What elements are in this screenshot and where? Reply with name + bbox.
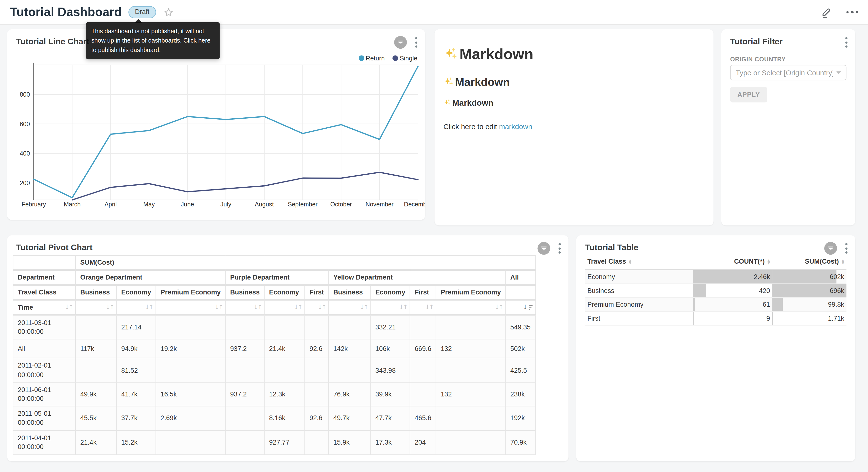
filter-menu-button[interactable] — [844, 36, 849, 49]
pivot-cell: 132 — [436, 340, 506, 358]
edit-markdown-link[interactable]: markdown — [499, 122, 532, 130]
svg-text:October: October — [330, 201, 352, 208]
sort-desc-icon[interactable]: ↓ — [523, 304, 532, 311]
sparkles-icon — [443, 77, 454, 88]
pivot-cell — [156, 315, 225, 339]
svg-text:February: February — [22, 201, 46, 208]
markdown-heading-1: Markdown — [443, 46, 705, 63]
chevron-down-icon — [836, 71, 841, 74]
pivot-metric-header: SUM(Cost) — [75, 256, 535, 270]
sort-icon[interactable]: ↓↑ — [145, 304, 153, 311]
sort-icon[interactable]: ▲▼ — [842, 259, 844, 264]
pivot-time-header: Time↓↑ — [13, 300, 75, 315]
pivot-class-header: Business — [225, 285, 264, 300]
cross-filter-button[interactable] — [537, 242, 550, 255]
ellipsis-icon — [846, 11, 849, 13]
favorite-button[interactable] — [163, 7, 174, 18]
draft-status-badge[interactable]: Draft — [128, 6, 156, 18]
travel-class-cell: First — [585, 312, 693, 325]
pivot-sort-cell: ↓↑ — [117, 300, 156, 315]
sort-icon[interactable]: ↓↑ — [65, 304, 73, 311]
origin-country-select[interactable]: Type or Select [Origin Country] — [730, 65, 846, 80]
svg-text:September: September — [288, 201, 318, 208]
pivot-cell: 937.2 — [225, 340, 264, 358]
svg-text:400: 400 — [20, 150, 30, 157]
table-header-row: Travel Class▲▼ COUNT(*)▲▼ SUM(Cost)▲▼ — [585, 255, 846, 270]
more-actions-button[interactable] — [846, 11, 858, 13]
filter-card-title: Tutorial Filter — [730, 36, 782, 46]
table-row[interactable]: Premium Economy6199.8k — [585, 298, 846, 312]
pivot-class-header: Economy — [117, 285, 156, 300]
pivot-data-row: 2011-03-0100:00:00217.14332.21549.35 — [13, 315, 535, 339]
table-row[interactable]: Economy2.46k602k — [585, 270, 846, 284]
pivot-cell: 49.7k — [329, 406, 371, 430]
value-bar — [772, 270, 836, 284]
cross-filter-button[interactable] — [824, 242, 837, 255]
pivot-class-header: Economy — [264, 285, 305, 300]
pivot-cell: 343.98 — [371, 358, 410, 382]
value-bar — [693, 284, 707, 297]
count-cell: 2.46k — [693, 270, 772, 284]
chart-menu-button[interactable] — [844, 242, 849, 255]
kebab-icon — [558, 243, 561, 245]
markdown-heading-2: Markdown — [443, 76, 705, 89]
pivot-department-row: DepartmentOrange DepartmentPurple Depart… — [13, 270, 535, 285]
kebab-icon — [845, 243, 847, 245]
edit-dashboard-button[interactable] — [820, 7, 832, 18]
dashboard-page: Tutorial Dashboard Draft This dashboard … — [0, 0, 868, 472]
legend-item[interactable]: Return — [359, 55, 385, 61]
sparkles-icon — [443, 99, 451, 107]
table-row[interactable]: First91.71k — [585, 312, 846, 325]
filter-card: Tutorial Filter ORIGIN COUNTRY Type or S… — [721, 29, 855, 225]
svg-text:August: August — [255, 201, 274, 208]
pivot-cell: 94.9k — [117, 340, 156, 358]
sort-icon[interactable]: ↓↑ — [214, 304, 222, 311]
sort-icon[interactable]: ↓↑ — [425, 304, 433, 311]
pivot-sort-cell: ↓↑ — [436, 300, 506, 315]
pivot-sort-row: Time↓↑↓↑↓↑↓↑↓↑↓↑↓↑↓↑↓↑↓↑↓↑↓ — [13, 300, 535, 315]
sort-icon[interactable]: ↓↑ — [360, 304, 368, 311]
pivot-cell: 204 — [410, 430, 436, 454]
draft-tooltip[interactable]: This dashboard is not published, it will… — [86, 22, 220, 59]
data-table-container: Travel Class▲▼ COUNT(*)▲▼ SUM(Cost)▲▼ Ec… — [585, 255, 846, 326]
pivot-table-container: SUM(Cost)DepartmentOrange DepartmentPurp… — [13, 255, 535, 454]
sort-icon[interactable]: ▲▼ — [629, 259, 631, 264]
dashboard-header: Tutorial Dashboard Draft — [0, 0, 868, 25]
filter-icon — [540, 245, 548, 252]
sort-icon[interactable]: ↓↑ — [318, 304, 326, 311]
table-card-title: Tutorial Table — [585, 243, 639, 252]
sort-icon[interactable]: ↓↑ — [293, 304, 302, 311]
pencil-icon — [820, 7, 832, 18]
sparkles-icon — [443, 47, 458, 62]
page-title: Tutorial Dashboard — [10, 5, 122, 19]
tooltip-text: This dashboard is not published, it will… — [91, 28, 211, 53]
value-bar — [693, 298, 695, 311]
pivot-cell: 425.5 — [506, 358, 535, 382]
sort-icon[interactable]: ↓↑ — [495, 304, 503, 311]
table-row[interactable]: Business420696k — [585, 284, 846, 298]
pivot-row-label: 2011-03-0100:00:00 — [13, 315, 75, 339]
svg-text:June: June — [181, 201, 194, 208]
sort-icon[interactable]: ↓↑ — [105, 304, 114, 311]
apply-button[interactable]: APPLY — [730, 87, 767, 102]
column-header-travel-class[interactable]: Travel Class▲▼ — [585, 255, 693, 270]
pivot-cell — [436, 406, 506, 430]
sort-icon[interactable]: ↓↑ — [253, 304, 261, 311]
markdown-heading-3: Markdown — [443, 98, 705, 107]
pivot-class-header: Economy — [371, 285, 410, 300]
svg-text:May: May — [143, 201, 155, 208]
pivot-cell: 17.3k — [371, 430, 410, 454]
sort-icon[interactable]: ↓↑ — [399, 304, 407, 311]
pivot-cell: 238k — [506, 382, 535, 406]
column-header-sum-cost[interactable]: SUM(Cost)▲▼ — [772, 255, 846, 270]
pivot-sort-cell: ↓↑ — [264, 300, 305, 315]
pivot-cell: 76.9k — [329, 382, 371, 406]
pivot-cell — [264, 315, 305, 339]
pivot-department-header: All — [506, 270, 535, 285]
pivot-cell — [75, 315, 117, 339]
column-header-count[interactable]: COUNT(*)▲▼ — [693, 255, 772, 270]
sort-icon[interactable]: ▲▼ — [768, 259, 770, 264]
chart-menu-button[interactable] — [557, 242, 562, 255]
pivot-cell — [225, 358, 264, 382]
legend-item[interactable]: Single — [393, 55, 417, 61]
